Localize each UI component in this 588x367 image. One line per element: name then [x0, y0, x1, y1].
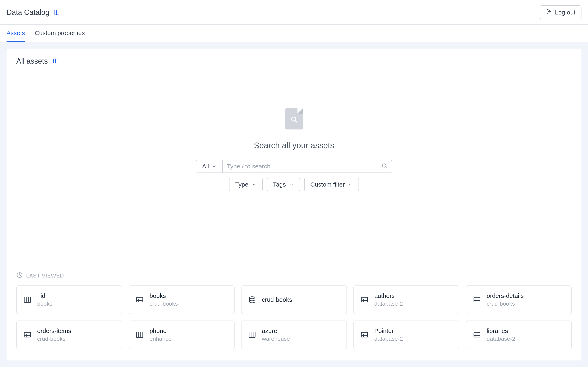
table-icon [136, 296, 144, 304]
chevron-down-icon [212, 164, 217, 169]
asset-card-text: librariesdatabase-2 [487, 327, 515, 342]
asset-parent: books [37, 300, 52, 307]
search-heading: Search all your assets [254, 141, 334, 150]
asset-card[interactable]: authorsdatabase-2 [354, 285, 459, 314]
table-icon [360, 296, 369, 304]
document-search-icon [285, 108, 303, 129]
last-viewed-label: LAST VIEWED [26, 273, 64, 279]
table-icon [360, 331, 369, 339]
book-open-icon[interactable] [53, 58, 59, 64]
asset-card[interactable]: librariesdatabase-2 [466, 320, 572, 349]
filter-type-label: Type [235, 181, 249, 188]
asset-card-text: authorsdatabase-2 [374, 292, 403, 307]
asset-card[interactable]: crud-books [241, 285, 347, 314]
app-title: Data Catalog [7, 8, 49, 17]
table-icon [473, 296, 481, 304]
asset-name: books [149, 292, 178, 299]
chevron-down-icon [348, 182, 353, 187]
search-input[interactable] [227, 163, 381, 170]
last-viewed-header: LAST VIEWED [16, 272, 572, 280]
filter-type-button[interactable]: Type [229, 178, 263, 191]
content-area: All assets Search all your assets All [0, 42, 588, 367]
asset-name: Pointer [374, 327, 403, 334]
asset-name: _id [37, 292, 52, 299]
asset-card[interactable]: azurewarehouse [241, 320, 347, 349]
tab-assets[interactable]: Assets [7, 25, 25, 42]
filter-custom-label: Custom filter [310, 181, 345, 188]
clock-icon [16, 272, 23, 280]
asset-card[interactable]: orders-detailscrud-books [466, 285, 572, 314]
asset-name: orders-details [487, 292, 524, 299]
book-open-icon[interactable] [53, 9, 60, 16]
chevron-down-icon [289, 182, 294, 187]
last-viewed-cards: _idbooksbookscrud-bookscrud-booksauthors… [16, 285, 572, 349]
asset-card-text: phoneenhance [149, 327, 171, 342]
asset-parent: crud-books [37, 336, 71, 342]
panel-header: All assets [16, 57, 572, 66]
table-icon [23, 331, 31, 339]
asset-card-text: Pointerdatabase-2 [374, 327, 403, 342]
table-icon [473, 331, 481, 339]
search-center: Search all your assets All Type [16, 108, 572, 191]
asset-parent: crud-books [487, 300, 524, 307]
filter-custom-button[interactable]: Custom filter [304, 178, 359, 191]
assets-panel: All assets Search all your assets All [7, 49, 581, 360]
asset-parent: database-2 [487, 336, 515, 342]
topbar-left: Data Catalog [7, 8, 60, 17]
tab-custom-properties[interactable]: Custom properties [35, 25, 85, 42]
asset-name: orders-items [37, 327, 71, 334]
asset-card-text: azurewarehouse [262, 327, 290, 342]
asset-card[interactable]: orders-itemscrud-books [16, 320, 122, 349]
filter-tags-button[interactable]: Tags [267, 178, 300, 191]
asset-parent: warehouse [262, 336, 290, 342]
asset-name: phone [149, 327, 171, 334]
chevron-down-icon [252, 182, 257, 187]
panel-title: All assets [16, 57, 48, 66]
search-icon[interactable] [381, 163, 388, 170]
asset-name: azure [262, 327, 290, 334]
main-tabs: Assets Custom properties [0, 25, 588, 42]
search-row: All [196, 160, 392, 173]
asset-name: authors [374, 292, 403, 299]
column-icon [136, 331, 144, 339]
asset-card-text: crud-books [262, 296, 292, 303]
filter-row: Type Tags Custom filter [229, 178, 359, 191]
asset-card[interactable]: _idbooks [16, 285, 122, 314]
search-input-wrap [223, 160, 392, 173]
search-scope-label: All [202, 163, 209, 170]
asset-card-text: _idbooks [37, 292, 52, 307]
logout-button[interactable]: Log out [540, 5, 581, 19]
asset-card-text: bookscrud-books [149, 292, 178, 307]
asset-name: libraries [487, 327, 515, 334]
column-icon [248, 331, 256, 339]
asset-card[interactable]: Pointerdatabase-2 [354, 320, 459, 349]
asset-card[interactable]: phoneenhance [129, 320, 234, 349]
logout-label: Log out [555, 9, 575, 16]
database-icon [248, 296, 256, 304]
column-icon [23, 296, 31, 304]
top-bar: Data Catalog Log out [0, 0, 588, 25]
search-scope-button[interactable]: All [196, 160, 223, 173]
asset-card-text: orders-itemscrud-books [37, 327, 71, 342]
asset-card[interactable]: bookscrud-books [129, 285, 234, 314]
filter-tags-label: Tags [273, 181, 286, 188]
asset-parent: enhance [149, 336, 171, 342]
asset-parent: database-2 [374, 300, 403, 307]
asset-card-text: orders-detailscrud-books [487, 292, 524, 307]
asset-name: crud-books [262, 296, 292, 303]
asset-parent: database-2 [374, 336, 403, 342]
logout-icon [546, 8, 552, 16]
last-viewed-section: LAST VIEWED _idbooksbookscrud-bookscrud-… [16, 272, 572, 349]
asset-parent: crud-books [149, 300, 178, 307]
